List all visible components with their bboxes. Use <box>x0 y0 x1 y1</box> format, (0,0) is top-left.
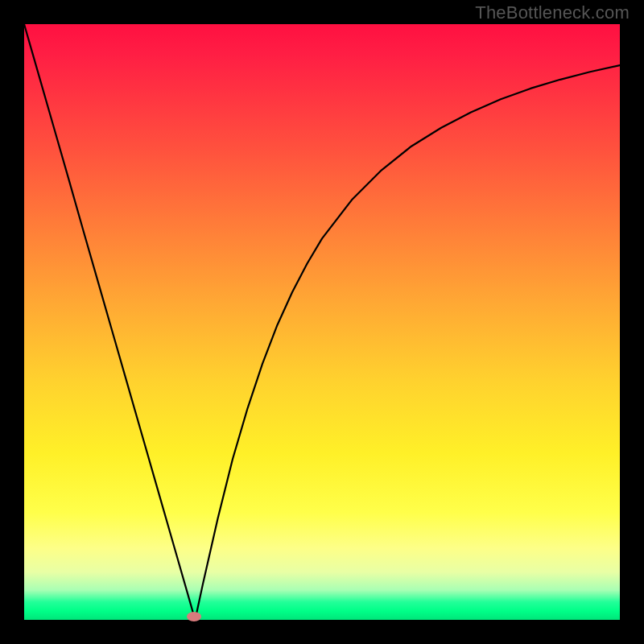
watermark-text: TheBottleneck.com <box>475 2 630 23</box>
bottleneck-curve <box>24 24 620 620</box>
plot-area <box>24 24 620 620</box>
vertex-marker <box>187 612 201 621</box>
chart-frame: TheBottleneck.com <box>0 0 644 644</box>
